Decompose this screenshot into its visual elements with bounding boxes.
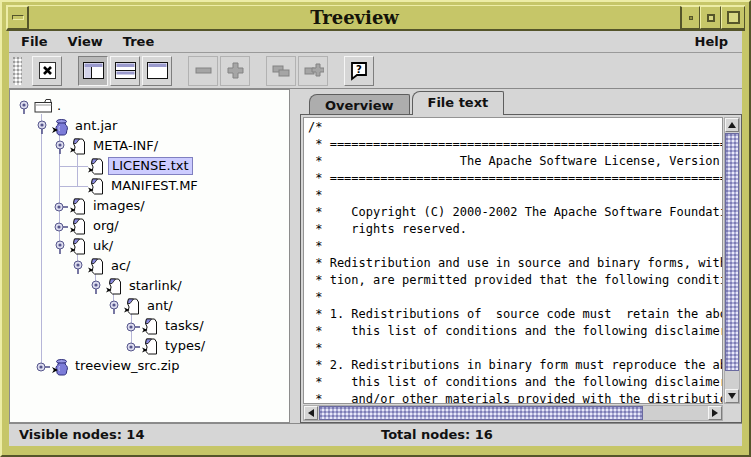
tree-row-images[interactable]: images/ bbox=[10, 196, 289, 216]
arrow-up-icon bbox=[728, 122, 736, 128]
horizontal-scrollbar[interactable] bbox=[303, 405, 723, 421]
visible-nodes-label: Visible nodes: 14 bbox=[19, 427, 144, 442]
toolbar-drag-handle[interactable] bbox=[13, 57, 22, 85]
split-vertical-icon bbox=[83, 62, 104, 79]
vertical-scrollbar[interactable] bbox=[724, 117, 740, 404]
expand-handle-icon[interactable] bbox=[126, 321, 141, 336]
window-title: Treeview bbox=[29, 6, 680, 29]
file-text-viewport[interactable]: /* * ===================================… bbox=[303, 117, 723, 404]
tree-node-label[interactable]: ant/ bbox=[144, 297, 176, 315]
tree-node-label[interactable]: images/ bbox=[90, 197, 148, 215]
window-options-button[interactable] bbox=[680, 6, 700, 29]
minimize-button[interactable] bbox=[700, 6, 721, 29]
split-horizontal-icon bbox=[115, 62, 136, 79]
license-text: /* * ===================================… bbox=[304, 118, 722, 404]
status-bar: Visible nodes: 14 Total nodes: 16 bbox=[9, 423, 742, 446]
collapse-node-icon bbox=[194, 61, 213, 80]
menu-file[interactable]: File bbox=[21, 34, 48, 49]
tree-node-label[interactable]: LICENSE.txt bbox=[108, 157, 193, 175]
expand-node-icon bbox=[226, 61, 245, 80]
tree-row-org[interactable]: org/ bbox=[10, 216, 289, 236]
expand-node-button bbox=[220, 56, 250, 86]
svg-text:?: ? bbox=[356, 63, 362, 74]
arrow-right-icon bbox=[712, 409, 718, 417]
arrow-down-icon bbox=[728, 393, 736, 399]
tree-node-label[interactable]: uk/ bbox=[90, 237, 116, 255]
scroll-down-button[interactable] bbox=[725, 389, 739, 403]
menu-help[interactable]: Help bbox=[695, 34, 728, 49]
tree-row-meta-inf[interactable]: META-INF/ bbox=[10, 136, 289, 156]
split-divider[interactable] bbox=[290, 89, 300, 423]
split-vertical-button[interactable] bbox=[78, 56, 108, 86]
collapse-node-button bbox=[188, 56, 218, 86]
single-window-button[interactable] bbox=[142, 56, 172, 86]
total-nodes-label: Total nodes: 16 bbox=[381, 427, 493, 442]
tree-node-label[interactable]: starlink/ bbox=[126, 277, 185, 295]
maximize-icon bbox=[727, 11, 740, 24]
expand-handle-icon[interactable] bbox=[126, 341, 141, 356]
tab-content: /* * ===================================… bbox=[300, 114, 742, 423]
options-dot-icon bbox=[689, 16, 693, 20]
tree-connector-stub bbox=[59, 166, 88, 167]
jar-icon bbox=[52, 358, 69, 379]
vertical-scroll-thumb[interactable] bbox=[725, 133, 739, 371]
window-menu-icon bbox=[12, 15, 24, 20]
collapse-all-button bbox=[266, 56, 296, 86]
tree-row-[interactable]: . bbox=[10, 96, 289, 116]
maximize-button[interactable] bbox=[721, 6, 745, 29]
scroll-up-button[interactable] bbox=[725, 118, 739, 132]
tree-row-starlink[interactable]: starlink/ bbox=[10, 276, 289, 296]
tree-node-label[interactable]: types/ bbox=[162, 337, 208, 355]
collapse-all-icon bbox=[271, 62, 292, 79]
expand-handle-icon[interactable] bbox=[54, 221, 69, 236]
window-menu-button[interactable] bbox=[7, 6, 29, 29]
tree-node-label[interactable]: ac/ bbox=[108, 257, 134, 275]
tree-row-uk[interactable]: uk/ bbox=[10, 236, 289, 256]
single-window-icon bbox=[147, 62, 168, 79]
menu-bar: File View Tree Help bbox=[9, 31, 742, 53]
folder-icon bbox=[34, 98, 53, 116]
tree-node-label[interactable]: . bbox=[54, 97, 64, 115]
tree-row-types[interactable]: types/ bbox=[10, 336, 289, 356]
close-window-icon bbox=[38, 61, 57, 80]
scroll-left-button[interactable] bbox=[304, 406, 318, 420]
tree-connector-stub bbox=[59, 186, 88, 187]
tree-node-label[interactable]: treeview_src.zip bbox=[72, 357, 182, 375]
expand-handle-icon[interactable] bbox=[36, 361, 51, 376]
help-icon: ? bbox=[349, 61, 369, 81]
split-horizontal-button[interactable] bbox=[110, 56, 140, 86]
tree-node-label[interactable]: tasks/ bbox=[162, 317, 207, 335]
tree-row-tasks[interactable]: tasks/ bbox=[10, 316, 289, 336]
arrow-left-icon bbox=[308, 409, 314, 417]
tab-overview[interactable]: Overview bbox=[309, 94, 410, 116]
horizontal-scroll-thumb[interactable] bbox=[319, 406, 643, 420]
app-window: Treeview File View Tree Help ? .ant.jarM… bbox=[0, 0, 751, 457]
help-button[interactable]: ? bbox=[344, 56, 374, 86]
minimize-icon bbox=[707, 14, 715, 22]
tree-row-license-txt[interactable]: LICENSE.txt bbox=[10, 156, 289, 176]
tab-file-text[interactable]: File text bbox=[412, 91, 505, 115]
tree-row-manifest-mf[interactable]: MANIFEST.MF bbox=[10, 176, 289, 196]
menu-view[interactable]: View bbox=[68, 34, 103, 49]
expand-all-icon bbox=[303, 61, 324, 80]
expand-handle-icon[interactable] bbox=[54, 201, 69, 216]
scroll-right-button[interactable] bbox=[708, 406, 722, 420]
tree-node-label[interactable]: ant.jar bbox=[72, 117, 120, 135]
tree-node-label[interactable]: org/ bbox=[90, 217, 122, 235]
tree-node-label[interactable]: MANIFEST.MF bbox=[108, 177, 201, 195]
split-pane: .ant.jarMETA-INF/LICENSE.txtMANIFEST.MFi… bbox=[9, 89, 742, 423]
client-area: File View Tree Help ? .ant.jarMETA-INF/L… bbox=[9, 31, 742, 446]
detail-panel: Overview File text /* * ================… bbox=[300, 89, 742, 423]
tree-row-ac[interactable]: ac/ bbox=[10, 256, 289, 276]
expand-all-button bbox=[298, 56, 328, 86]
tree-row-ant[interactable]: ant/ bbox=[10, 296, 289, 316]
tree-row-treeview-src-zip[interactable]: treeview_src.zip bbox=[10, 356, 289, 376]
tool-bar: ? bbox=[9, 53, 742, 89]
menu-tree[interactable]: Tree bbox=[123, 34, 154, 49]
tree-row-ant-jar[interactable]: ant.jar bbox=[10, 116, 289, 136]
tree-panel[interactable]: .ant.jarMETA-INF/LICENSE.txtMANIFEST.MFi… bbox=[9, 89, 290, 423]
tab-bar: Overview File text bbox=[300, 89, 742, 115]
close-window-button[interactable] bbox=[32, 56, 62, 86]
title-bar[interactable]: Treeview bbox=[6, 5, 745, 31]
tree-node-label[interactable]: META-INF/ bbox=[90, 137, 161, 155]
